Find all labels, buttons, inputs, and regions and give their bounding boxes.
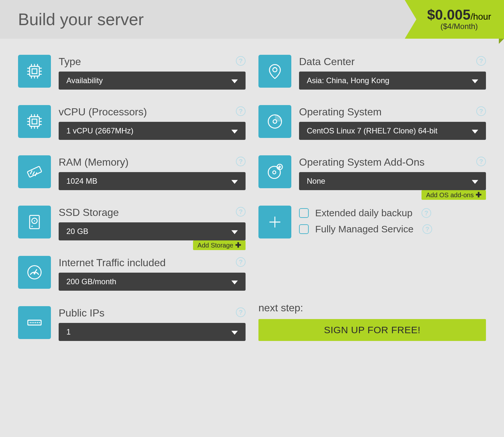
price-monthly: ($4/Month): [441, 22, 478, 31]
content: Type ? Availability vCPU (Processors) ? …: [0, 39, 504, 360]
type-label: Type: [59, 55, 246, 68]
cpu-icon: [18, 55, 51, 88]
field-addons: Operating System Add-Ons ? None Add OS a…: [258, 155, 486, 190]
field-ips: Public IPs ? 1: [18, 306, 246, 341]
os-select[interactable]: CentOS Linux 7 (RHEL7 Clone) 64-bit: [299, 122, 486, 140]
help-icon[interactable]: ?: [236, 106, 246, 116]
os-value: CentOS Linux 7 (RHEL7 Clone) 64-bit: [307, 126, 438, 135]
ips-label: Public IPs: [59, 306, 246, 320]
backup-label: Extended daily backup: [315, 208, 412, 218]
add-os-addons-button[interactable]: Add OS add-ons✚: [422, 190, 486, 200]
help-icon[interactable]: ?: [476, 157, 486, 166]
datacenter-select[interactable]: Asia: China, Hong Kong: [299, 72, 486, 90]
help-icon[interactable]: ?: [236, 207, 246, 217]
ram-select[interactable]: 1024 MB: [59, 172, 246, 190]
traffic-label: Internet Traffic included: [59, 256, 246, 269]
field-datacenter: Data Center ? Asia: China, Hong Kong: [258, 55, 486, 90]
next-step: next step: SIGN UP FOR FREE!: [258, 302, 486, 341]
traffic-value: 200 GB/month: [66, 277, 116, 286]
price-hour-unit: /hour: [470, 12, 491, 22]
add-os-addons-label: Add OS add-ons: [426, 191, 474, 199]
svg-rect-14: [30, 117, 39, 126]
vcpu-value: 1 vCPU (2667MHz): [66, 126, 133, 135]
ram-icon: [18, 155, 51, 188]
backup-checkbox[interactable]: [299, 208, 309, 218]
svg-point-49: [268, 166, 280, 179]
price-ribbon: $0.005/hour ($4/Month): [405, 0, 504, 39]
svg-point-46: [273, 68, 277, 72]
svg-rect-32: [30, 215, 39, 228]
os-label: Operating System: [299, 105, 486, 119]
ribbon-tail: [499, 39, 504, 44]
field-traffic: Internet Traffic included ? 200 GB/month: [18, 256, 246, 291]
help-icon[interactable]: ?: [236, 157, 246, 166]
storage-icon: [18, 206, 51, 238]
help-icon[interactable]: ?: [422, 224, 432, 234]
ips-select[interactable]: 1: [59, 323, 246, 341]
page-title: Build your server: [18, 10, 144, 29]
price-hourly: $0.005/hour: [427, 8, 491, 22]
header: Build your server $0.005/hour ($4/Month): [0, 0, 504, 39]
svg-point-50: [273, 171, 276, 174]
extra-managed-row: Fully Managed Service ?: [299, 224, 486, 235]
ip-icon: [18, 306, 51, 339]
signup-button[interactable]: SIGN UP FOR FREE!: [258, 319, 486, 341]
help-icon[interactable]: ?: [236, 307, 246, 317]
field-ssd: SSD Storage ? 20 GB Add Storage✚: [18, 206, 246, 240]
managed-label: Fully Managed Service: [315, 224, 413, 235]
addons-label: Operating System Add-Ons: [299, 155, 486, 169]
addons-value: None: [307, 177, 325, 186]
svg-rect-0: [30, 66, 39, 76]
type-select[interactable]: Availability: [59, 72, 246, 90]
plus-icon: ✚: [235, 241, 241, 249]
svg-line-29: [30, 170, 32, 174]
type-value: Availability: [66, 76, 103, 85]
traffic-select[interactable]: 200 GB/month: [59, 273, 246, 291]
svg-rect-15: [32, 119, 37, 124]
right-column: Data Center ? Asia: China, Hong Kong Ope…: [258, 55, 486, 341]
next-step-label: next step:: [258, 302, 486, 314]
left-column: Type ? Availability vCPU (Processors) ? …: [18, 55, 246, 341]
datacenter-value: Asia: China, Hong Kong: [307, 76, 389, 85]
help-icon[interactable]: ?: [236, 257, 246, 267]
help-icon[interactable]: ?: [422, 208, 431, 218]
ram-label: RAM (Memory): [59, 155, 246, 169]
svg-point-34: [34, 220, 35, 221]
datacenter-label: Data Center: [299, 55, 486, 68]
help-icon[interactable]: ?: [476, 56, 486, 66]
price-hour-value: $0.005: [427, 7, 471, 23]
disc-icon: [258, 105, 291, 138]
ssd-select[interactable]: 20 GB: [59, 222, 246, 240]
field-os: Operating System ? CentOS Linux 7 (RHEL7…: [258, 105, 486, 140]
location-icon: [258, 55, 291, 88]
vcpu-select[interactable]: 1 vCPU (2667MHz): [59, 122, 246, 140]
addons-select[interactable]: None: [299, 172, 486, 190]
field-extras: Extended daily backup ? Fully Managed Se…: [258, 206, 486, 238]
plus-icon: ✚: [476, 191, 481, 199]
field-ram: RAM (Memory) ? 1024 MB: [18, 155, 246, 190]
svg-point-35: [32, 226, 33, 227]
svg-point-38: [34, 273, 35, 275]
disc-plus-icon: [258, 155, 291, 188]
svg-line-30: [33, 171, 34, 175]
field-type: Type ? Availability: [18, 55, 246, 90]
add-storage-label: Add Storage: [198, 242, 233, 249]
field-vcpu: vCPU (Processors) ? 1 vCPU (2667MHz): [18, 105, 246, 140]
vcpu-label: vCPU (Processors): [59, 105, 246, 119]
add-storage-button[interactable]: Add Storage✚: [193, 240, 246, 250]
extra-backup-row: Extended daily backup ?: [299, 208, 486, 218]
managed-checkbox[interactable]: [299, 224, 309, 234]
svg-rect-1: [32, 69, 37, 74]
ssd-value: 20 GB: [66, 227, 88, 236]
gauge-icon: [18, 256, 51, 289]
ips-value: 1: [66, 327, 71, 336]
cpu-icon: [18, 105, 51, 138]
svg-point-48: [273, 120, 276, 123]
ram-value: 1024 MB: [66, 177, 97, 186]
help-icon[interactable]: ?: [236, 56, 246, 66]
ssd-label: SSD Storage: [59, 206, 246, 219]
help-icon[interactable]: ?: [476, 106, 486, 116]
plus-icon: [258, 206, 291, 238]
